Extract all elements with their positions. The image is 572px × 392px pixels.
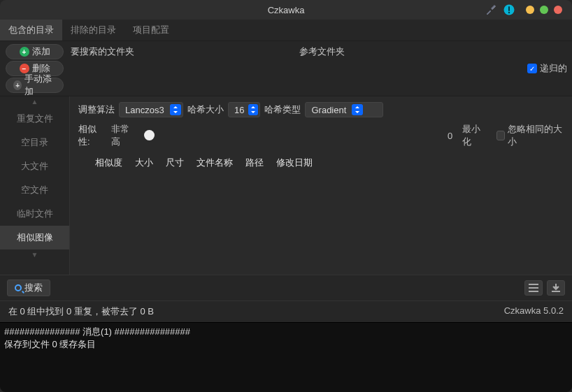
hash-type-select[interactable]: Gradient <box>305 102 383 117</box>
svg-rect-1 <box>508 6 510 11</box>
resize-algo-label: 调整算法 <box>78 103 115 116</box>
sidebar-item-duplicate-files[interactable]: 重复文件 <box>0 107 69 131</box>
status-bar: 在 0 组中找到 0 重复，被带去了 0 B Czkawka 5.0.2 <box>0 300 572 322</box>
col-size[interactable]: 大小 <box>135 157 153 169</box>
search-button[interactable]: 搜索 <box>7 280 50 296</box>
similarity-value: 非常高 <box>111 123 136 148</box>
status-text: 在 0 组中找到 0 重复，被带去了 0 B <box>8 305 154 318</box>
sidebar-scroll-down[interactable]: ▼ <box>0 249 69 260</box>
hash-size-stepper[interactable]: 16 <box>228 102 260 117</box>
sidebar-item-empty-dirs[interactable]: 空目录 <box>0 131 69 154</box>
manual-icon: + <box>13 80 22 90</box>
list-view-button[interactable] <box>524 280 543 296</box>
chevron-updown-icon <box>352 104 363 115</box>
maximize-window-icon[interactable] <box>540 6 548 14</box>
hash-size-label: 哈希大小 <box>187 103 224 116</box>
footer-toolbar: 搜索 <box>0 275 572 300</box>
close-window-icon[interactable] <box>554 6 562 14</box>
titlebar: Czkawka <box>0 0 572 20</box>
search-folder-header: 要搜索的文件夹 <box>66 45 294 61</box>
sidebar-item-similar-images[interactable]: 相似图像 <box>0 226 69 249</box>
slider-thumb[interactable] <box>144 130 155 140</box>
add-icon: + <box>20 47 29 57</box>
manual-add-button[interactable]: + 手动添加 <box>6 78 64 93</box>
resize-algo-select[interactable]: Lanczos3 <box>119 102 183 117</box>
minimize-label: 最小化 <box>462 123 486 148</box>
similarity-number: 0 <box>448 131 452 141</box>
search-button-label: 搜索 <box>24 282 43 294</box>
chevron-updown-icon <box>170 104 181 115</box>
log-panel: ############### 消息(1) ############### 保存… <box>0 322 572 392</box>
ref-folder-header: 参考文件夹 <box>295 45 522 61</box>
window-title: Czkawka <box>268 5 305 15</box>
col-filename[interactable]: 文件名称 <box>196 157 233 169</box>
similarity-slider[interactable] <box>141 129 442 143</box>
dir-tabs: 包含的目录 排除的目录 项目配置 <box>0 20 572 41</box>
tab-excluded-dirs[interactable]: 排除的目录 <box>62 20 124 41</box>
tools-icon[interactable] <box>485 4 496 15</box>
tab-project-config[interactable]: 项目配置 <box>124 20 178 41</box>
svg-rect-3 <box>552 291 560 292</box>
tab-included-dirs[interactable]: 包含的目录 <box>0 20 62 41</box>
stepper-icon <box>248 104 258 115</box>
window-controls <box>526 6 562 14</box>
save-button[interactable] <box>547 280 565 296</box>
recursive-label: 递归的 <box>540 62 567 75</box>
resize-algo-value: Lanczos3 <box>125 105 164 115</box>
sidebar-item-big-files[interactable]: 大文件 <box>0 154 69 178</box>
svg-point-2 <box>508 12 510 13</box>
add-dir-button[interactable]: + 添加 <box>6 44 64 59</box>
hash-size-value: 16 <box>234 105 244 115</box>
sidebar-item-temp-files[interactable]: 临时文件 <box>0 202 69 226</box>
delete-icon: − <box>20 64 29 73</box>
checkbox-empty-icon <box>496 131 506 140</box>
recursive-checkbox[interactable]: ✓ 递归的 <box>527 62 567 75</box>
manual-add-label: 手动添加 <box>24 73 56 98</box>
sidebar-scroll-up[interactable]: ▲ <box>0 96 69 107</box>
ignore-same-size-label: 忽略相同的大小 <box>508 123 564 148</box>
hash-type-label: 哈希类型 <box>264 103 301 116</box>
minimize-window-icon[interactable] <box>526 6 534 14</box>
table-header: 相似度 大小 尺寸 文件名称 路径 修改日期 <box>70 152 572 173</box>
col-similarity[interactable]: 相似度 <box>95 157 122 169</box>
col-path[interactable]: 路径 <box>245 157 264 169</box>
hash-type-value: Gradient <box>311 105 346 115</box>
add-dir-label: 添加 <box>32 45 50 58</box>
info-icon[interactable] <box>503 4 515 15</box>
log-line: 保存到文件 0 缓存条目 <box>4 338 568 351</box>
version-text: Czkawka 5.0.2 <box>504 305 564 318</box>
check-icon: ✓ <box>527 64 537 73</box>
results-table <box>70 173 572 275</box>
col-modified[interactable]: 修改日期 <box>276 157 313 169</box>
search-icon <box>15 284 22 291</box>
col-dimensions[interactable]: 尺寸 <box>166 157 184 169</box>
similarity-label: 相似性: <box>78 123 106 148</box>
sidebar: ▲ 重复文件 空目录 大文件 空文件 临时文件 相似图像 ▼ <box>0 96 70 275</box>
sidebar-item-empty-files[interactable]: 空文件 <box>0 178 69 202</box>
directories-panel: + 添加 − 删除 + 手动添加 要搜索的文件夹 参考文件夹 ✓ 递归的 <box>0 41 572 96</box>
log-line: ############### 消息(1) ############### <box>4 326 568 338</box>
ignore-same-size-checkbox[interactable]: 忽略相同的大小 <box>496 123 564 148</box>
